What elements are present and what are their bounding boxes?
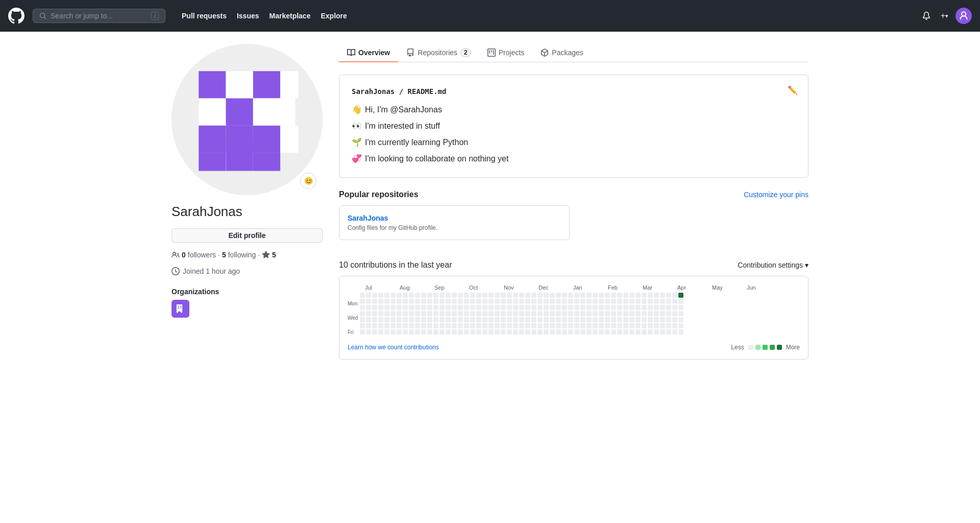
contrib-day-cell[interactable] (556, 323, 561, 328)
repo-name-link[interactable]: SarahJonas (348, 214, 561, 222)
contrib-day-cell[interactable] (439, 317, 445, 322)
contrib-day-cell[interactable] (574, 293, 579, 298)
contrib-day-cell[interactable] (452, 311, 457, 316)
contrib-day-cell[interactable] (623, 329, 628, 335)
contrib-day-cell[interactable] (672, 305, 677, 310)
contrib-day-cell[interactable] (648, 299, 653, 304)
contrib-day-cell[interactable] (642, 329, 647, 335)
contrib-day-cell[interactable] (513, 293, 518, 298)
contrib-day-cell[interactable] (635, 317, 641, 322)
contrib-day-cell[interactable] (446, 299, 451, 304)
contrib-day-cell[interactable] (433, 329, 438, 335)
contrib-day-cell[interactable] (452, 299, 457, 304)
contrib-day-cell[interactable] (476, 293, 481, 298)
contrib-day-cell[interactable] (427, 305, 432, 310)
contrib-day-cell[interactable] (452, 323, 457, 328)
contrib-day-cell[interactable] (397, 317, 402, 322)
contrib-day-cell[interactable] (464, 329, 469, 335)
contrib-day-cell[interactable] (537, 311, 543, 316)
contrib-day-cell[interactable] (599, 329, 604, 335)
contrib-day-cell[interactable] (605, 311, 610, 316)
contrib-day-cell[interactable] (446, 323, 451, 328)
contrib-day-cell[interactable] (360, 299, 365, 304)
contrib-day-cell[interactable] (525, 293, 530, 298)
contrib-day-cell[interactable] (617, 317, 622, 322)
contrib-day-cell[interactable] (501, 305, 506, 310)
contrib-day-cell[interactable] (660, 317, 665, 322)
contrib-day-cell[interactable] (470, 305, 475, 310)
contrib-day-cell[interactable] (556, 305, 561, 310)
contrib-day-cell[interactable] (507, 329, 512, 335)
contrib-day-cell[interactable] (562, 305, 567, 310)
create-button[interactable]: + ▾ (938, 8, 951, 23)
contrib-day-cell[interactable] (458, 305, 463, 310)
github-logo[interactable] (8, 8, 24, 24)
contrib-day-cell[interactable] (660, 323, 665, 328)
contrib-day-cell[interactable] (501, 293, 506, 298)
contrib-day-cell[interactable] (550, 329, 555, 335)
contrib-day-cell[interactable] (678, 305, 683, 310)
contrib-day-cell[interactable] (593, 293, 598, 298)
contrib-day-cell[interactable] (531, 317, 536, 322)
contrib-day-cell[interactable] (550, 305, 555, 310)
contrib-day-cell[interactable] (574, 317, 579, 322)
contrib-day-cell[interactable] (433, 293, 438, 298)
contrib-day-cell[interactable] (544, 317, 549, 322)
contrib-day-cell[interactable] (464, 323, 469, 328)
contrib-day-cell[interactable] (507, 293, 512, 298)
contrib-day-cell[interactable] (366, 317, 371, 322)
contrib-day-cell[interactable] (605, 317, 610, 322)
contrib-day-cell[interactable] (427, 329, 432, 335)
contrib-day-cell[interactable] (654, 317, 659, 322)
contrib-day-cell[interactable] (678, 329, 683, 335)
contrib-day-cell[interactable] (635, 311, 641, 316)
contrib-day-cell[interactable] (660, 311, 665, 316)
contrib-day-cell[interactable] (433, 299, 438, 304)
contrib-day-cell[interactable] (421, 329, 426, 335)
contrib-day-cell[interactable] (666, 317, 671, 322)
contrib-day-cell[interactable] (525, 311, 530, 316)
contrib-day-cell[interactable] (397, 305, 402, 310)
contrib-day-cell[interactable] (519, 317, 524, 322)
contrib-day-cell[interactable] (415, 299, 420, 304)
contrib-day-cell[interactable] (458, 299, 463, 304)
contrib-day-cell[interactable] (415, 317, 420, 322)
contrib-day-cell[interactable] (623, 299, 628, 304)
contrib-day-cell[interactable] (629, 317, 634, 322)
contrib-day-cell[interactable] (360, 323, 365, 328)
customize-pins-link[interactable]: Customize your pins (744, 191, 808, 199)
contrib-day-cell[interactable] (409, 299, 414, 304)
contrib-day-cell[interactable] (562, 293, 567, 298)
contrib-day-cell[interactable] (501, 311, 506, 316)
contrib-day-cell[interactable] (476, 323, 481, 328)
contrib-day-cell[interactable] (439, 293, 445, 298)
contrib-day-cell[interactable] (482, 299, 487, 304)
contrib-day-cell[interactable] (390, 323, 396, 328)
contrib-day-cell[interactable] (666, 323, 671, 328)
contrib-day-cell[interactable] (439, 305, 445, 310)
contrib-day-cell[interactable] (648, 323, 653, 328)
contrib-day-cell[interactable] (384, 305, 389, 310)
contrib-day-cell[interactable] (666, 293, 671, 298)
contrib-day-cell[interactable] (586, 305, 592, 310)
contrib-day-cell[interactable] (568, 323, 573, 328)
contrib-day-cell[interactable] (360, 311, 365, 316)
contrib-day-cell[interactable] (635, 323, 641, 328)
contrib-day-cell[interactable] (562, 323, 567, 328)
contrib-day-cell[interactable] (458, 329, 463, 335)
contrib-day-cell[interactable] (648, 317, 653, 322)
contrib-day-cell[interactable] (372, 317, 377, 322)
contrib-day-cell[interactable] (409, 323, 414, 328)
contrib-day-cell[interactable] (580, 305, 585, 310)
contrib-day-cell[interactable] (433, 317, 438, 322)
contrib-day-cell[interactable] (525, 323, 530, 328)
contrib-day-cell[interactable] (617, 311, 622, 316)
user-avatar-menu[interactable] (955, 8, 972, 24)
contrib-day-cell[interactable] (629, 299, 634, 304)
contrib-day-cell[interactable] (586, 323, 592, 328)
contrib-day-cell[interactable] (495, 299, 500, 304)
contrib-day-cell[interactable] (495, 293, 500, 298)
contrib-day-cell[interactable] (470, 323, 475, 328)
contrib-day-cell[interactable] (678, 293, 683, 298)
contrib-day-cell[interactable] (599, 317, 604, 322)
